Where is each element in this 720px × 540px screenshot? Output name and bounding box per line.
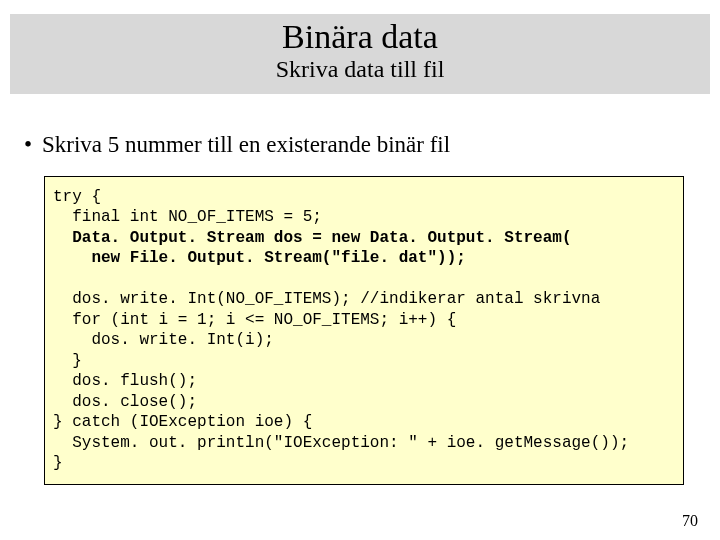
code-line-bold: new File. Output. Stream("file. dat"));	[53, 249, 466, 267]
header-band: Binära data Skriva data till fil	[10, 14, 710, 94]
code-line: }	[53, 454, 63, 472]
code-line: dos. write. Int(NO_OF_ITEMS); //indikera…	[53, 290, 600, 308]
code-line: dos. write. Int(i);	[53, 331, 274, 349]
bullet-area: •Skriva 5 nummer till en existerande bin…	[24, 132, 696, 158]
code-line: dos. close();	[53, 393, 197, 411]
page-number: 70	[682, 512, 698, 530]
code-block: try { final int NO_OF_ITEMS = 5; Data. O…	[44, 176, 684, 485]
code-line	[53, 229, 72, 247]
bullet-dot-icon: •	[24, 132, 42, 158]
code-line: } catch (IOException ioe) {	[53, 413, 312, 431]
code-line: for (int i = 1; i <= NO_OF_ITEMS; i++) {	[53, 311, 456, 329]
code-line: dos. flush();	[53, 372, 197, 390]
slide-title: Binära data	[10, 18, 710, 56]
slide-subtitle: Skriva data till fil	[10, 56, 710, 83]
bullet-item: •Skriva 5 nummer till en existerande bin…	[24, 132, 696, 158]
code-line: System. out. println("IOException: " + i…	[53, 434, 629, 452]
bullet-text: Skriva 5 nummer till en existerande binä…	[42, 132, 450, 157]
code-line-bold: Data. Output. Stream dos = new Data. Out…	[72, 229, 571, 247]
code-line: final int NO_OF_ITEMS = 5;	[53, 208, 322, 226]
code-line: }	[53, 352, 82, 370]
code-line: try {	[53, 188, 101, 206]
